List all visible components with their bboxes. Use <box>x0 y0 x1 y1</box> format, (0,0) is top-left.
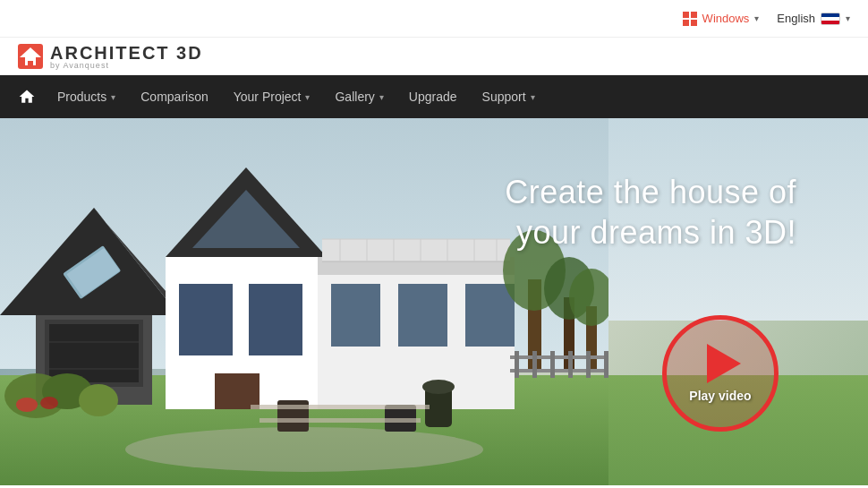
windows-label: Windows <box>702 12 750 25</box>
gallery-chevron-icon: ▾ <box>379 92 384 102</box>
hero-section: Create the house of your dreams in 3D! P… <box>0 118 868 485</box>
nav-home-button[interactable] <box>9 75 45 118</box>
language-label: English <box>777 12 815 25</box>
svg-rect-43 <box>260 418 421 423</box>
play-video-button[interactable]: Play video <box>662 315 779 432</box>
windows-icon <box>683 12 697 26</box>
nav-comparison[interactable]: Comparison <box>128 75 220 118</box>
svg-rect-56 <box>510 355 608 359</box>
svg-rect-61 <box>586 351 591 378</box>
svg-point-41 <box>422 380 455 394</box>
nav-gallery[interactable]: Gallery ▾ <box>322 75 396 118</box>
svg-point-47 <box>16 398 38 412</box>
support-chevron-icon: ▾ <box>531 92 535 102</box>
play-triangle-icon <box>707 344 741 383</box>
svg-rect-27 <box>331 284 380 347</box>
svg-point-46 <box>79 384 118 416</box>
language-chevron-icon: ▾ <box>846 13 850 23</box>
svg-rect-31 <box>249 284 302 355</box>
hero-headline-line2: your dreams in 3D! <box>516 214 796 251</box>
your-project-chevron-icon: ▾ <box>305 92 310 102</box>
svg-point-48 <box>40 397 58 409</box>
svg-rect-60 <box>568 351 573 378</box>
logo-house-icon <box>18 44 43 69</box>
svg-rect-34 <box>49 324 139 382</box>
svg-rect-28 <box>398 284 447 347</box>
nav-products[interactable]: Products ▾ <box>45 75 128 118</box>
nav-support[interactable]: Support ▾ <box>470 75 548 118</box>
windows-selector[interactable]: Windows ▾ <box>683 12 760 26</box>
svg-rect-57 <box>515 351 519 378</box>
svg-rect-42 <box>251 405 430 409</box>
nav-your-project[interactable]: Your Project ▾ <box>221 75 323 118</box>
svg-rect-30 <box>179 284 233 355</box>
svg-rect-55 <box>510 369 608 372</box>
svg-rect-59 <box>550 351 555 378</box>
svg-rect-58 <box>532 351 537 378</box>
navbar: Products ▾ Comparison Your Project ▾ Gal… <box>0 75 868 118</box>
products-chevron-icon: ▾ <box>111 92 115 102</box>
svg-rect-3 <box>28 61 33 65</box>
svg-point-6 <box>125 427 483 472</box>
hero-headline-line1: Create the house of <box>505 174 796 210</box>
nav-upgrade[interactable]: Upgrade <box>396 75 470 118</box>
logo[interactable]: ARCHITECT 3D by Avanquest <box>18 43 203 70</box>
hero-headline: Create the house of your dreams in 3D! <box>505 172 796 253</box>
brand-name: ARCHITECT 3D <box>50 43 203 63</box>
top-bar: Windows ▾ English ▾ <box>0 0 868 38</box>
flag-icon <box>821 13 840 25</box>
logo-bar: ARCHITECT 3D by Avanquest <box>0 38 868 75</box>
svg-rect-17 <box>322 239 510 261</box>
svg-rect-62 <box>604 351 608 378</box>
svg-rect-32 <box>215 373 260 409</box>
windows-chevron-icon: ▾ <box>754 13 759 23</box>
language-selector[interactable]: English ▾ <box>777 12 850 25</box>
home-icon <box>18 88 36 106</box>
svg-rect-29 <box>465 284 515 347</box>
play-video-label: Play video <box>689 389 751 403</box>
